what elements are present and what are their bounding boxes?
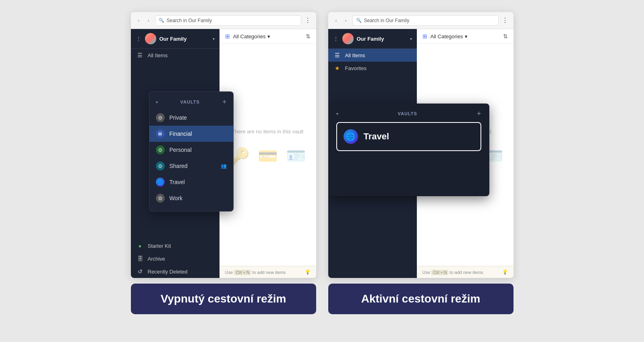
sidebar-all-items-right[interactable]: ☰ All Items: [328, 49, 417, 62]
empty-icons-left: 🔑 💳 🪪: [230, 147, 306, 166]
vault-icon-personal: ⚙: [156, 145, 165, 154]
forward-button-right[interactable]: ›: [343, 17, 349, 24]
sort-button-right[interactable]: ⇅: [503, 33, 508, 39]
toolbar-left: ⊞ All Categories ▾ ⇅: [219, 29, 316, 44]
right-label-text: Aktivní cestovní režim: [361, 292, 480, 305]
browser-chrome-right: ‹ › 🔍 Search in Our Family ⋮: [328, 12, 514, 29]
categories-button-right[interactable]: All Categories ▾: [431, 33, 468, 39]
vault-item-private[interactable]: ⚙ Private: [149, 110, 233, 126]
left-label-text: Vypnutý cestovní režim: [161, 292, 286, 305]
account-chevron-left[interactable]: ▾: [213, 37, 215, 41]
vault-item-financial[interactable]: 🏛 Financial: [149, 126, 233, 142]
vault-icon-private: ⚙: [156, 113, 165, 122]
dots-menu-right[interactable]: ⋮: [333, 35, 339, 42]
all-items-label-left: All Items: [148, 52, 168, 58]
content-area-left: ⊞ All Categories ▾ ⇅ There are no items …: [219, 29, 316, 278]
vault-name-travel: Travel: [170, 179, 185, 185]
browser-chrome-left: ‹ › 🔍 Search in Our Family ⋮: [131, 12, 316, 29]
starter-kit-label-left: Starter Kit: [148, 243, 171, 249]
search-text-right: Search in Our Family: [364, 18, 410, 23]
address-bar-right[interactable]: 🔍 Search in Our Family: [352, 15, 499, 26]
vault-name-shared: Shared: [170, 163, 188, 169]
search-text-left: Search in Our Family: [167, 18, 212, 23]
sidebar-recently-deleted-left[interactable]: ↺ Recently Deleted: [131, 265, 219, 278]
vault-icon-work: ⚙: [156, 194, 165, 203]
vault-name-private: Private: [170, 114, 187, 121]
add-vault-button-left[interactable]: +: [222, 98, 227, 106]
vaults-chevron-icon-left: ▾: [156, 100, 158, 104]
categories-grid-icon-right: ⊞: [422, 33, 427, 39]
categories-chevron-right: ▾: [465, 33, 468, 39]
vaults-header-left: ▾ VAULTS +: [149, 97, 233, 110]
vault-name-personal: Personal: [170, 147, 192, 153]
sidebar-left: ⋮ Our Family ▾ ☰ All Items ● St: [131, 29, 219, 278]
all-items-label-right: All Items: [345, 52, 365, 58]
back-button-right[interactable]: ‹: [333, 17, 340, 24]
vaults-title-right: VAULTS: [398, 111, 417, 116]
avatar-right: [342, 33, 354, 44]
all-items-icon-left: ☰: [137, 52, 144, 58]
shortcut-hint-right: Use Ctrl + N to add new items: [422, 270, 483, 275]
sidebar-right: ⋮ Our Family ▾ ☰ All Items ★ Favorites: [328, 29, 417, 278]
deleted-icon-left: ↺: [137, 268, 144, 275]
hint-icon-right: 💡: [502, 269, 508, 275]
vaults-overlay-left: ▾ VAULTS + ⚙ Private 🏛 Financial: [149, 91, 234, 211]
sort-button-left[interactable]: ⇅: [306, 33, 311, 39]
vault-icon-travel: 🌐: [156, 178, 165, 187]
account-name-right: Our Family: [357, 36, 407, 42]
favorites-icon-right: ★: [334, 65, 341, 71]
left-screenshot: ‹ › 🔍 Search in Our Family ⋮ ⋮ Our Famil…: [131, 12, 316, 278]
vaults-title-left: VAULTS: [180, 99, 200, 104]
vault-item-travel-right[interactable]: 🌐 Travel: [344, 129, 474, 144]
vault-item-shared[interactable]: ⚙ Shared 👥: [149, 158, 233, 174]
vault-item-personal[interactable]: ⚙ Personal: [149, 142, 233, 158]
right-screenshot: ‹ › 🔍 Search in Our Family ⋮ ⋮ Our Famil…: [328, 12, 514, 278]
account-chevron-right[interactable]: ▾: [410, 37, 412, 41]
id-icon-left: 🪪: [286, 147, 306, 166]
search-icon-left: 🔍: [159, 18, 164, 23]
avatar-left: [145, 33, 156, 44]
forward-button-left[interactable]: ›: [145, 17, 152, 24]
vault-item-work[interactable]: ⚙ Work: [149, 190, 233, 206]
shortcut-hint-left: Use Ctrl + N to add new items: [225, 270, 286, 275]
vaults-chevron-icon-right: ▾: [336, 112, 338, 116]
bottom-bar-right: Use Ctrl + N to add new items 💡: [417, 266, 514, 278]
back-button-left[interactable]: ‹: [136, 17, 142, 24]
toolbar-right: ⊞ All Categories ▾ ⇅: [417, 29, 514, 44]
favorites-label-right: Favorites: [345, 65, 367, 71]
vaults-overlay-right: ▾ VAULTS + 🌐 Travel: [328, 104, 489, 196]
sidebar-favorites-right[interactable]: ★ Favorites: [328, 62, 417, 75]
starter-kit-icon-left: ●: [137, 243, 144, 249]
account-name-left: Our Family: [159, 36, 209, 42]
sidebar-header-left: ⋮ Our Family ▾: [131, 29, 219, 49]
categories-button-left[interactable]: All Categories ▾: [233, 33, 271, 39]
add-vault-button-right[interactable]: +: [477, 110, 481, 117]
bottom-bar-left: Use Ctrl + N to add new items 💡: [219, 266, 316, 278]
address-bar-left[interactable]: 🔍 Search in Our Family: [155, 15, 301, 26]
all-items-icon-right: ☰: [334, 52, 341, 58]
vault-name-work: Work: [170, 195, 182, 201]
sidebar-all-items-left[interactable]: ☰ All Items: [131, 49, 219, 62]
vaults-overlay-right-header: ▾ VAULTS +: [328, 104, 489, 122]
vault-name-financial: Financial: [170, 131, 192, 137]
deleted-label-left: Recently Deleted: [148, 269, 188, 275]
sidebar-archive-left[interactable]: 🗄 Archive: [131, 252, 219, 265]
categories-label-right: All Categories: [431, 33, 463, 39]
app-window-left: ⋮ Our Family ▾ ☰ All Items ● St: [131, 29, 316, 278]
browser-menu-right[interactable]: ⋮: [502, 17, 509, 24]
sidebar-starter-kit-left[interactable]: ● Starter Kit: [131, 240, 219, 252]
right-label-box: Aktivní cestovní režim: [328, 284, 514, 314]
browser-menu-left[interactable]: ⋮: [304, 17, 311, 24]
vault-item-travel[interactable]: 🌐 Travel: [149, 174, 233, 190]
hint-icon-left: 💡: [305, 269, 311, 275]
shared-people-icon: 👥: [221, 163, 227, 169]
left-label-box: Vypnutý cestovní režim: [131, 284, 316, 314]
empty-content-left: There are no items in this vault 🔑 💳 🪪: [219, 44, 316, 266]
vault-highlighted-travel: 🌐 Travel: [336, 122, 481, 151]
empty-message-left: There are no items in this vault: [232, 129, 304, 135]
categories-grid-icon-left: ⊞: [225, 33, 230, 39]
card-icon-left: 💳: [258, 147, 278, 166]
categories-label-left: All Categories: [233, 33, 266, 39]
dots-menu-left[interactable]: ⋮: [136, 35, 142, 42]
archive-label-left: Archive: [148, 256, 165, 262]
